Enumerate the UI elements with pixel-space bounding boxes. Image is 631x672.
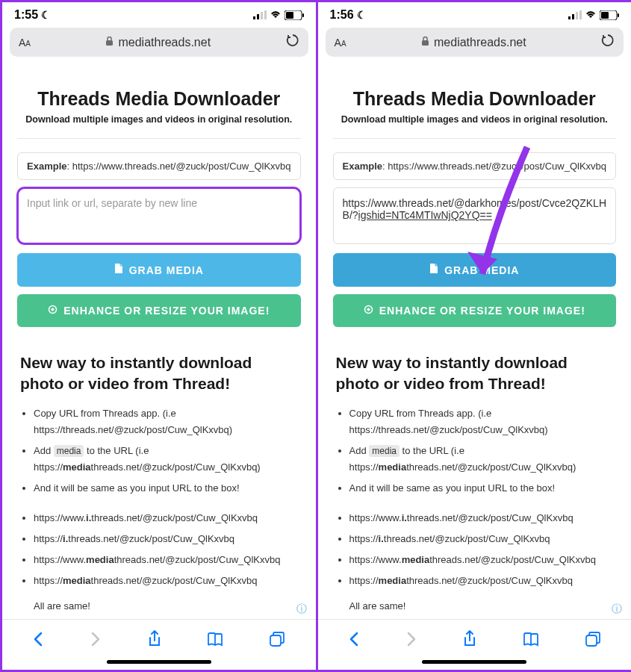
example-box: Example: https://www.threads.net/@zuck/p… (17, 152, 301, 180)
status-indicators (253, 10, 304, 20)
instructions-list: Copy URL from Threads app. (i.e https://… (34, 405, 298, 497)
home-indicator[interactable] (107, 660, 211, 664)
lock-icon (421, 36, 429, 49)
list-item: Copy URL from Threads app. (i.e https://… (349, 405, 614, 438)
info-icon[interactable]: ⓘ (296, 603, 307, 616)
status-time: 1:56 (330, 8, 354, 22)
svg-rect-12 (572, 14, 574, 19)
enhance-button[interactable]: ENHANCE OR RESIZE YOUR IMAGE! (333, 294, 617, 327)
phone-left: 1:55 ☾ AA mediathreads.net Threads Med (2, 2, 318, 670)
section-title: New way to instantly download photo or v… (336, 352, 614, 395)
divider (17, 138, 301, 139)
list-item: Add media to the URL (i.e https://mediat… (349, 443, 614, 476)
svg-rect-1 (257, 14, 259, 19)
info-icon[interactable]: ⓘ (612, 603, 622, 616)
svg-rect-16 (601, 12, 609, 19)
bottom-toolbar (318, 619, 631, 656)
list-item: https://mediathreads.net/@zuck/post/Cuw_… (349, 573, 614, 589)
tabs-icon[interactable] (269, 631, 285, 650)
svg-rect-7 (106, 40, 113, 46)
back-icon[interactable] (32, 632, 44, 650)
bookmarks-icon[interactable] (207, 632, 223, 650)
svg-point-20 (367, 308, 370, 311)
moon-icon: ☾ (357, 9, 367, 21)
lock-icon (105, 36, 114, 49)
status-time: 1:55 (14, 8, 38, 22)
list-item: Copy URL from Threads app. (i.e https://… (34, 405, 298, 438)
svg-rect-10 (270, 635, 281, 646)
svg-rect-17 (618, 13, 619, 17)
svg-rect-13 (576, 12, 578, 19)
svg-rect-0 (253, 16, 255, 19)
svg-rect-21 (586, 635, 597, 646)
gear-icon (364, 305, 373, 317)
share-icon[interactable] (147, 630, 162, 651)
page-title: Threads Media Downloader (7, 88, 311, 110)
phone-right: 1:56 ☾ AA mediathreads.net Threads Med (318, 2, 631, 670)
moon-icon: ☾ (41, 9, 51, 21)
tabs-icon[interactable] (585, 631, 601, 650)
page-subtitle: Download multiple images and videos in o… (7, 114, 311, 125)
divider (333, 138, 617, 139)
grab-media-button[interactable]: GRAB MEDIA (17, 253, 301, 287)
list-item: https://mediathreads.net/@zuck/post/Cuw_… (34, 573, 298, 589)
list-item: https://www.i.threads.net/@zuck/post/Cuw… (34, 510, 298, 526)
grab-media-button[interactable]: GRAB MEDIA (333, 253, 617, 287)
file-icon (429, 264, 438, 276)
url-domain: mediathreads.net (434, 36, 526, 49)
svg-rect-11 (568, 16, 571, 19)
file-icon (114, 264, 123, 276)
back-icon[interactable] (348, 632, 360, 650)
url-bar[interactable]: AA mediathreads.net (326, 28, 624, 57)
url-input[interactable]: Input link or url, separate by new line (17, 187, 301, 244)
status-bar: 1:56 ☾ (318, 2, 631, 23)
bookmarks-icon[interactable] (523, 632, 539, 650)
home-indicator[interactable] (422, 660, 526, 664)
refresh-icon[interactable] (601, 34, 615, 51)
url-domain: mediathreads.net (118, 36, 211, 49)
section-title: New way to instantly download photo or v… (20, 352, 298, 395)
refresh-icon[interactable] (286, 34, 299, 51)
forward-icon (405, 632, 417, 650)
list-item: https://www.i.threads.net/@zuck/post/Cuw… (349, 510, 614, 526)
enhance-button[interactable]: ENHANCE OR RESIZE YOUR IMAGE! (17, 294, 301, 327)
list-item: https://i.threads.net/@zuck/post/Cuw_QlK… (349, 531, 614, 547)
example-box: Example: https://www.threads.net/@zuck/p… (333, 152, 617, 180)
list-item: Add media to the URL (i.e https://mediat… (34, 443, 298, 476)
examples-list: https://www.i.threads.net/@zuck/post/Cuw… (349, 510, 614, 589)
list-item: And it will be same as you input URL to … (34, 480, 298, 497)
all-same-text: All are same! (34, 600, 298, 612)
examples-list: https://www.i.threads.net/@zuck/post/Cuw… (34, 510, 298, 589)
gear-icon (48, 305, 57, 317)
svg-rect-6 (302, 13, 304, 17)
url-input[interactable]: https://www.threads.net/@darkhomes/post/… (333, 187, 617, 244)
svg-rect-3 (264, 10, 267, 19)
url-bar[interactable]: AA mediathreads.net (10, 28, 308, 57)
svg-rect-2 (261, 12, 263, 19)
list-item: https://i.threads.net/@zuck/post/Cuw_QlK… (34, 531, 298, 547)
list-item: And it will be same as you input URL to … (349, 480, 614, 497)
list-item: https://www.mediathreads.net/@zuck/post/… (34, 552, 298, 568)
page-subtitle: Download multiple images and videos in o… (323, 114, 627, 125)
status-bar: 1:55 ☾ (2, 2, 316, 23)
list-item: https://www.mediathreads.net/@zuck/post/… (349, 552, 614, 568)
page-title: Threads Media Downloader (323, 88, 627, 110)
text-size-icon[interactable]: AA (335, 37, 346, 49)
forward-icon (90, 632, 102, 650)
svg-rect-18 (422, 40, 429, 46)
instructions-list: Copy URL from Threads app. (i.e https://… (349, 405, 614, 497)
bottom-toolbar (2, 619, 316, 656)
all-same-text: All are same! (349, 600, 614, 612)
svg-rect-14 (579, 10, 582, 19)
status-indicators (568, 10, 619, 20)
svg-rect-5 (286, 12, 293, 19)
share-icon[interactable] (462, 630, 477, 651)
text-size-icon[interactable]: AA (19, 37, 31, 49)
svg-point-9 (52, 308, 55, 311)
